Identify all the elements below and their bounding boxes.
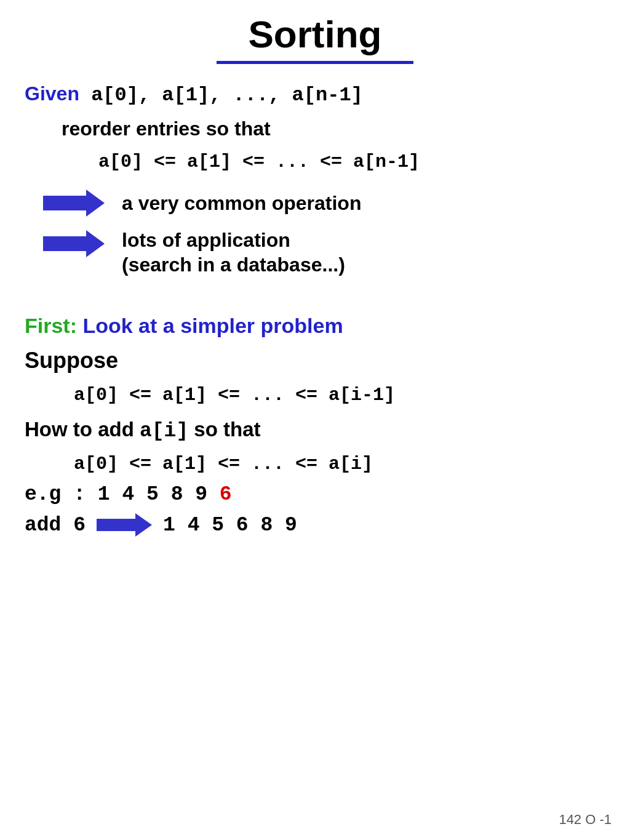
given-line: Given a[0], a[1], ..., a[n-1] [25, 82, 605, 106]
first-line: First: Look at a simpler problem [25, 314, 605, 338]
section-gap-1 [25, 295, 605, 314]
suppose-line: Suppose [25, 348, 605, 374]
page-number: 142 O -1 [559, 812, 612, 828]
arrow-icon-1 [43, 190, 105, 217]
add-arrow-icon [97, 513, 152, 537]
add-prefix: add 6 [25, 514, 86, 537]
first-text: Look at a simpler problem [82, 314, 343, 337]
condition-line-1: a[0] <= a[1] <= ... <= a[n-1] [98, 151, 605, 172]
how-to-add-code: a[i] [140, 420, 188, 442]
svg-marker-2 [97, 513, 152, 537]
arrow-label-2-line2: (search in a database...) [122, 252, 345, 277]
arrow-icon-2 [43, 230, 105, 257]
title-underline [217, 61, 413, 64]
eg-red-number: 6 [220, 483, 232, 506]
eg-prefix: e.g : 1 4 5 8 9 [25, 483, 220, 506]
slide-title: Sorting [25, 12, 605, 56]
given-code: a[0], a[1], ..., a[n-1] [91, 84, 363, 106]
condition-line-2: a[0] <= a[1] <= ... <= a[i-1] [74, 385, 605, 406]
svg-marker-0 [43, 190, 105, 217]
eg-line: e.g : 1 4 5 8 9 6 [25, 483, 605, 506]
first-label: First: [25, 314, 77, 337]
arrow-row-2: lots of application (search in a databas… [43, 228, 605, 277]
arrow-label-1: a very common operation [122, 192, 361, 215]
given-label: Given [25, 82, 79, 105]
how-to-add-prefix: How to add [25, 418, 140, 441]
add-result: 1 4 5 6 8 9 [163, 514, 297, 537]
add-line: add 6 1 4 5 6 8 9 [25, 513, 605, 537]
how-to-add-suffix: so that [188, 418, 260, 441]
reorder-line: reorder entries so that [62, 118, 605, 140]
arrow-label-2-line1: lots of application [122, 228, 345, 252]
arrow-label-2: lots of application (search in a databas… [122, 228, 345, 277]
slide-page: Sorting Given a[0], a[1], ..., a[n-1] re… [0, 0, 630, 840]
arrow-row-1: a very common operation [43, 190, 605, 217]
svg-marker-1 [43, 230, 105, 257]
how-to-add-line: How to add a[i] so that [25, 418, 605, 442]
condition-line-3: a[0] <= a[1] <= ... <= a[i] [74, 454, 605, 474]
